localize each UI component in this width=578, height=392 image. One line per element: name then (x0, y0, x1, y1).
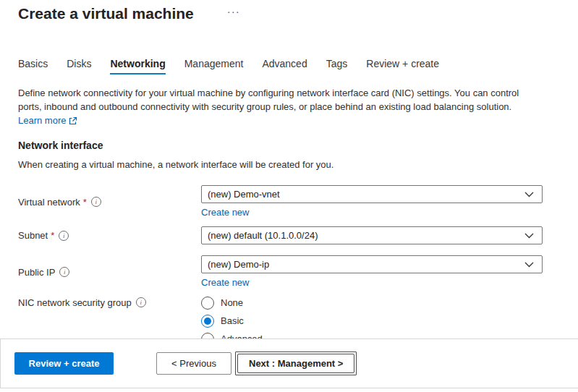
virtual-network-field: (new) Demo-vnet Create new (201, 185, 543, 218)
chevron-down-icon (524, 192, 534, 197)
tab-basics[interactable]: Basics (18, 58, 48, 74)
radio-button[interactable] (201, 333, 214, 339)
public-ip-value: (new) Demo-ip (208, 259, 269, 270)
virtual-network-label: Virtual network (18, 197, 80, 208)
nic-nsg-label-group: NIC network security group i (18, 294, 201, 338)
description-line-1: Define network connectivity for your vir… (18, 86, 578, 100)
next-button-focus-ring: Next : Management > (235, 351, 357, 375)
page-title: Create a virtual machine (18, 4, 194, 24)
tab-description: Define network connectivity for your vir… (0, 86, 578, 127)
tab-advanced[interactable]: Advanced (262, 58, 307, 74)
learn-more-link[interactable]: Learn more (18, 114, 77, 127)
radio-label: Advanced (221, 333, 263, 338)
tab-management[interactable]: Management (184, 58, 244, 74)
required-asterisk: * (83, 197, 87, 208)
radio-button-selected[interactable] (201, 315, 214, 328)
subnet-value: (new) default (10.1.0.0/24) (208, 230, 318, 241)
public-ip-row: Public IP i (new) Demo-ip Create new (0, 255, 578, 289)
subnet-field: (new) default (10.1.0.0/24) (201, 226, 543, 244)
chevron-down-icon (524, 262, 534, 268)
section-heading: Network interface (0, 140, 578, 151)
info-icon[interactable]: i (136, 297, 146, 307)
wizard-footer: Review + create < Previous Next : Manage… (0, 338, 578, 388)
tab-tags[interactable]: Tags (326, 58, 348, 74)
nic-nsg-row: NIC network security group i None Basic … (0, 294, 578, 338)
external-link-icon (69, 116, 77, 125)
next-management-button[interactable]: Next : Management > (237, 354, 354, 373)
nic-nsg-options: None Basic Advanced (201, 294, 543, 338)
networking-form: Virtual network * i (new) Demo-vnet Crea… (0, 185, 578, 338)
section-subtext: When creating a virtual machine, a netwo… (0, 159, 578, 170)
public-ip-create-new-link[interactable]: Create new (201, 276, 249, 289)
subnet-dropdown[interactable]: (new) default (10.1.0.0/24) (201, 226, 543, 244)
virtual-network-label-group: Virtual network * i (18, 185, 201, 218)
header: Create a virtual machine ··· (0, 0, 578, 24)
subnet-label: Subnet (18, 230, 48, 241)
chevron-down-icon (524, 233, 534, 239)
radio-label: Basic (221, 315, 244, 326)
radio-label: None (221, 297, 243, 308)
public-ip-label: Public IP (18, 267, 55, 278)
virtual-network-value: (new) Demo-vnet (208, 189, 280, 200)
tab-review-create[interactable]: Review + create (366, 58, 439, 74)
public-ip-label-group: Public IP i (18, 255, 201, 289)
blade-content: Create a virtual machine ··· Basics Disk… (0, 0, 578, 338)
subnet-label-group: Subnet * i (18, 226, 201, 244)
info-icon[interactable]: i (59, 231, 69, 241)
public-ip-dropdown[interactable]: (new) Demo-ip (201, 255, 543, 273)
review-create-button[interactable]: Review + create (14, 352, 114, 375)
info-icon[interactable]: i (91, 197, 101, 207)
virtual-network-create-new-link[interactable]: Create new (201, 206, 249, 218)
description-line-2: ports, inbound and outbound connectivity… (18, 100, 578, 114)
subnet-row: Subnet * i (new) default (10.1.0.0/24) (0, 226, 578, 244)
learn-more-label: Learn more (18, 114, 66, 127)
more-options-icon[interactable]: ··· (227, 5, 240, 17)
tab-networking[interactable]: Networking (110, 58, 165, 74)
wizard-tabs: Basics Disks Networking Management Advan… (0, 58, 578, 74)
radio-option-none[interactable]: None (201, 294, 543, 312)
radio-dot (204, 318, 211, 325)
radio-option-advanced[interactable]: Advanced (201, 330, 543, 338)
virtual-network-dropdown[interactable]: (new) Demo-vnet (201, 185, 543, 203)
tab-disks[interactable]: Disks (67, 58, 91, 74)
required-asterisk: * (51, 230, 54, 241)
radio-button[interactable] (201, 297, 214, 310)
virtual-network-row: Virtual network * i (new) Demo-vnet Crea… (0, 185, 578, 218)
radio-option-basic[interactable]: Basic (201, 312, 543, 330)
previous-button[interactable]: < Previous (156, 352, 231, 375)
nic-nsg-label: NIC network security group (18, 294, 132, 312)
info-icon[interactable]: i (59, 267, 69, 277)
public-ip-field: (new) Demo-ip Create new (201, 255, 543, 289)
